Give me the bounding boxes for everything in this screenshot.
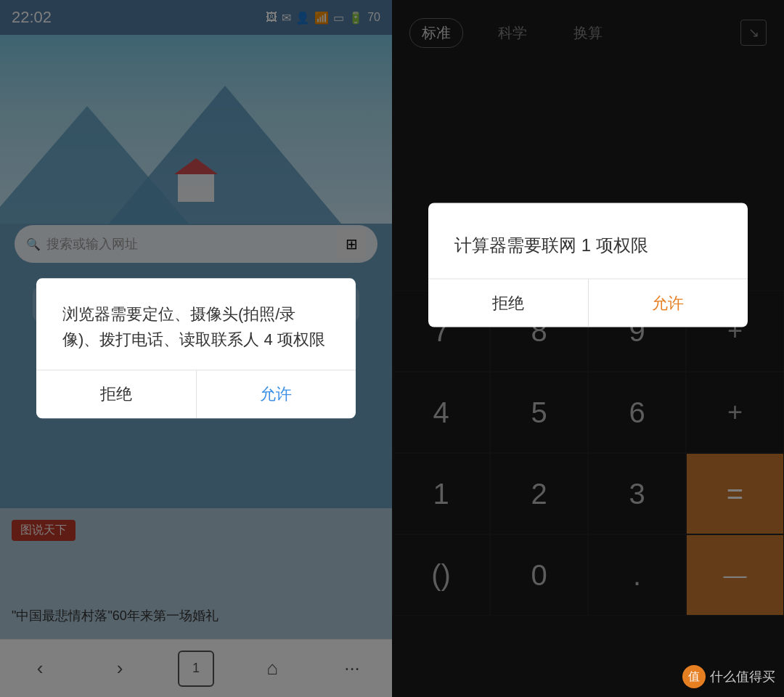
dialog-message: 浏览器需要定位、摄像头(拍照/录像)、拨打电话、读取联系人 4 项权限 — [62, 301, 330, 352]
calc-overlay-dim — [392, 0, 784, 697]
watermark-text: 什么值得买 — [710, 668, 775, 685]
dialog-body: 浏览器需要定位、摄像头(拍照/录像)、拨打电话、读取联系人 4 项权限 — [36, 278, 356, 370]
left-panel: 22:02 🖼 ✉ 👤 📶 ▭ 🔋 70 🔍 搜索或输入网址 ⊞ 🎮 游戏 ▶ … — [0, 0, 392, 697]
reject-button[interactable]: 拒绝 — [36, 371, 196, 419]
permission-dialog: 浏览器需要定位、摄像头(拍照/录像)、拨打电话、读取联系人 4 项权限 拒绝 允… — [36, 278, 356, 418]
calc-dialog-buttons: 拒绝 允许 — [428, 279, 748, 327]
calc-dialog-message: 计算器需要联网 1 项权限 — [454, 232, 722, 258]
watermark: 值 什么值得买 — [682, 665, 775, 688]
calc-reject-button[interactable]: 拒绝 — [428, 279, 588, 327]
calc-allow-button[interactable]: 允许 — [589, 279, 748, 327]
calc-permission-dialog: 计算器需要联网 1 项权限 拒绝 允许 — [428, 203, 748, 327]
watermark-icon: 值 — [682, 665, 706, 688]
calc-dialog-body: 计算器需要联网 1 项权限 — [428, 203, 748, 278]
dialog-buttons: 拒绝 允许 — [36, 371, 356, 419]
allow-button[interactable]: 允许 — [197, 371, 356, 419]
right-panel: 标准 科学 换算 ↘ 7 8 9 + 4 5 6 + 1 2 3 = — [392, 0, 784, 697]
